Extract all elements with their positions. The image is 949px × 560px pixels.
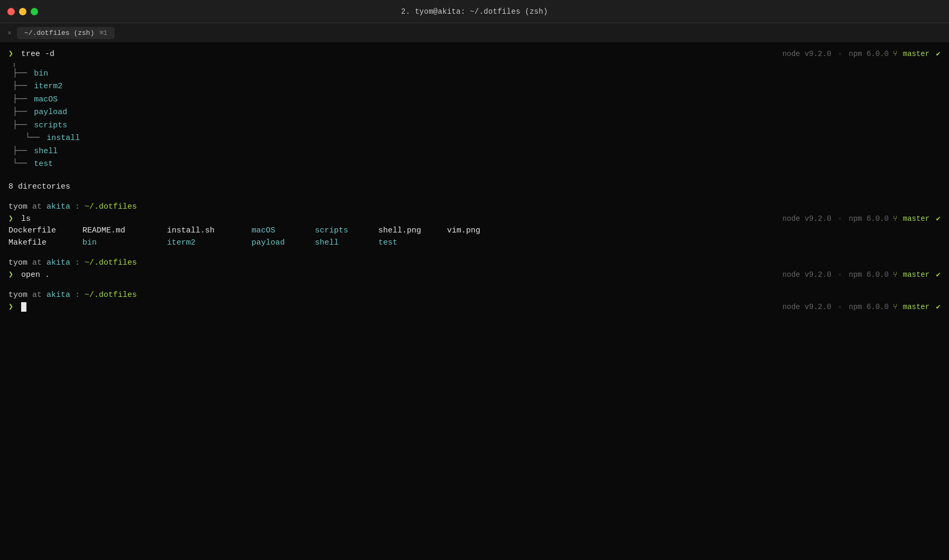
- tab-close-icon[interactable]: ✕: [4, 27, 15, 38]
- cmd3-command: open .: [21, 270, 50, 279]
- minimize-button[interactable]: [19, 8, 26, 15]
- prompt-arrow: ❯: [8, 270, 13, 279]
- prompt-path: ~/.dotfiles: [85, 258, 137, 267]
- tree-output: ├── bin ├── iterm2 ├── macOS ├── payload…: [8, 63, 941, 171]
- ls-row2: Makefile bin iterm2 payload shell test: [8, 237, 941, 249]
- prompt-at: at: [32, 258, 46, 267]
- maximize-button[interactable]: [31, 8, 38, 15]
- prompt2-line: tyom at akita : ~/.dotfiles: [8, 201, 941, 213]
- npm-version: npm 6.0.0: [849, 214, 889, 223]
- tree-branch-icon: ├──: [13, 145, 32, 157]
- git-branch-name: master: [903, 270, 929, 279]
- tree-item-macos: ├── macOS: [13, 93, 941, 106]
- git-branch-icon: ⑂: [893, 303, 897, 311]
- prompt-host: akita: [46, 202, 70, 211]
- git-check-icon: ✔: [936, 50, 941, 58]
- npm-version: npm 6.0.0: [849, 303, 889, 311]
- ls-row1: Dockerfile README.md install.sh macOS sc…: [8, 225, 941, 237]
- tree-branch-icon: ├──: [13, 119, 32, 131]
- titlebar: 2. tyom@akita: ~/.dotfiles (zsh): [0, 0, 949, 23]
- prompt-colon: :: [75, 202, 85, 211]
- git-branch-name: master: [903, 214, 929, 223]
- git-branch-icon: ⑂: [893, 50, 897, 58]
- tree-dir-name: scripts: [34, 120, 67, 132]
- prompt-path: ~/.dotfiles: [85, 291, 137, 300]
- tree-item-install: └── install: [13, 132, 941, 145]
- prompt-colon: :: [75, 291, 85, 300]
- tree-item-payload: ├── payload: [13, 106, 941, 119]
- cmd2-command: ls: [21, 214, 31, 223]
- node-version: node v9.2.0: [783, 303, 831, 311]
- tree-item-iterm2: ├── iterm2: [13, 80, 941, 93]
- terminal-content: ❯ tree -d node v9.2.0 ◦ npm 6.0.0 ⑂ mast…: [0, 42, 949, 320]
- node-version: node v9.2.0: [783, 214, 831, 223]
- cursor: [21, 302, 26, 312]
- tab-dotfiles[interactable]: ~/.dotfiles (zsh) ⌘1: [17, 27, 115, 39]
- tree-dir-name: bin: [34, 68, 48, 80]
- prompt-host: akita: [46, 291, 70, 300]
- cmd2-line: ❯ ls node v9.2.0 ◦ npm 6.0.0 ⑂ master ✔: [8, 213, 941, 226]
- cmd1-line: ❯ tree -d node v9.2.0 ◦ npm 6.0.0 ⑂ mast…: [8, 49, 941, 61]
- tree-dir-name: iterm2: [34, 81, 62, 93]
- ls-item-installsh: install.sh: [167, 225, 252, 237]
- tree-dir-name: test: [34, 158, 53, 171]
- prompt-at: at: [32, 202, 46, 211]
- cmd1-command: tree -d: [21, 50, 54, 59]
- ls-item-shellpng: shell.png: [378, 225, 447, 237]
- tree-item-shell: ├── shell: [13, 145, 941, 158]
- tree-branch-icon: ├──: [13, 93, 32, 105]
- spacer: [8, 281, 941, 290]
- ls-item-payload: payload: [252, 237, 315, 249]
- prompt-host: akita: [46, 258, 70, 267]
- cmd3-line: ❯ open . node v9.2.0 ◦ npm 6.0.0 ⑂ maste…: [8, 269, 941, 282]
- prompt-user: tyom: [8, 291, 27, 300]
- npm-version: npm 6.0.0: [849, 50, 889, 58]
- ls-item-readme: README.md: [82, 225, 167, 237]
- window-title: 2. tyom@akita: ~/.dotfiles (zsh): [401, 7, 548, 16]
- tree-branch-icon: ├──: [13, 67, 32, 79]
- git-check-icon: ✔: [936, 214, 941, 223]
- prompt-user: tyom: [8, 202, 27, 211]
- tree-branch-icon: └──: [13, 157, 32, 170]
- npm-version: npm 6.0.0: [849, 270, 889, 279]
- ls-item-iterm2: iterm2: [167, 237, 252, 249]
- git-branch-icon: ⑂: [893, 214, 897, 223]
- tree-item-bin: ├── bin: [13, 67, 941, 80]
- prompt4-line: tyom at akita : ~/.dotfiles: [8, 290, 941, 302]
- ls-item-bin: bin: [82, 237, 167, 249]
- tree-branch-icon: ├──: [13, 80, 32, 92]
- prompt-arrow: ❯: [8, 214, 13, 223]
- cmd1-status: node v9.2.0 ◦ npm 6.0.0 ⑂ master ✔: [783, 49, 941, 60]
- git-branch-name: master: [903, 50, 929, 58]
- tree-item-test: └── test: [13, 157, 941, 171]
- cmd2-status: node v9.2.0 ◦ npm 6.0.0 ⑂ master ✔: [783, 213, 941, 225]
- cmd3-status: node v9.2.0 ◦ npm 6.0.0 ⑂ master ✔: [783, 269, 941, 281]
- prompt-arrow: ❯: [8, 50, 13, 59]
- prompt-at: at: [32, 291, 46, 300]
- close-button[interactable]: [7, 8, 15, 15]
- tree-dir-name: shell: [34, 146, 58, 158]
- node-version: node v9.2.0: [783, 50, 831, 58]
- tree-dir-name: macOS: [34, 94, 58, 106]
- tree-dir-name: payload: [34, 107, 67, 119]
- ls-item-makefile: Makefile: [8, 237, 82, 249]
- tab-shortcut: ⌘1: [99, 29, 107, 37]
- ls-item-vimpng: vim.png: [447, 225, 516, 237]
- ls-item-macos: macOS: [252, 225, 315, 237]
- current-prompt-line: ❯ node v9.2.0 ◦ npm 6.0.0 ⑂ master ✔: [8, 302, 941, 314]
- cmd4-status: node v9.2.0 ◦ npm 6.0.0 ⑂ master ✔: [783, 302, 941, 313]
- tree-dir-name: install: [46, 133, 80, 145]
- spacer: [8, 173, 941, 181]
- tabbar: ✕ ~/.dotfiles (zsh) ⌘1: [0, 23, 949, 42]
- spacer: [8, 249, 941, 257]
- git-branch-icon: ⑂: [893, 270, 897, 279]
- git-check-icon: ✔: [936, 303, 941, 311]
- traffic-lights: [7, 8, 38, 15]
- tab-label: ~/.dotfiles (zsh): [24, 29, 95, 37]
- ls-item-scripts: scripts: [315, 225, 378, 237]
- git-branch-name: master: [903, 303, 929, 311]
- tree-item-scripts: ├── scripts: [13, 119, 941, 132]
- node-version: node v9.2.0: [783, 270, 831, 279]
- spacer: [8, 193, 941, 201]
- tree-branch-icon: └──: [13, 132, 44, 144]
